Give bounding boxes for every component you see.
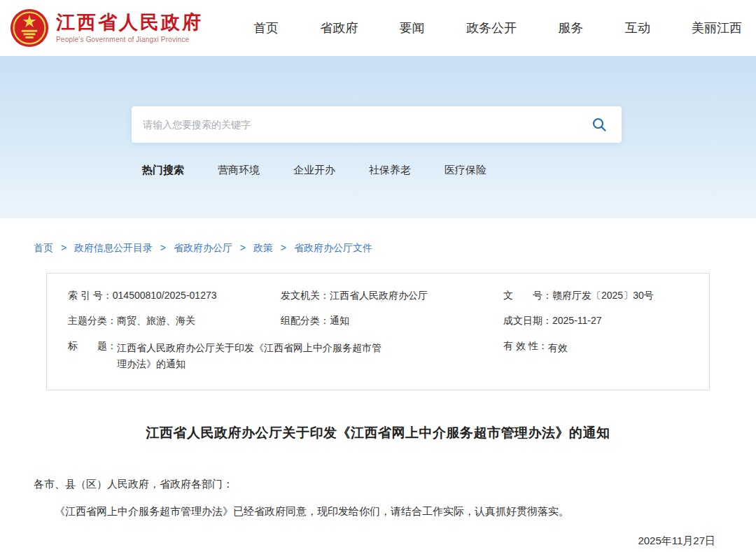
main-nav: 首页 省政府 要闻 政务公开 服务 互动 美丽江西 xyxy=(253,20,742,36)
site-logo[interactable]: 江西省人民政府 People's Government of Jiangxi P… xyxy=(10,8,203,48)
breadcrumb-info-directory[interactable]: 政府信息公开目录 xyxy=(74,242,153,253)
hot-link-social-security[interactable]: 社保养老 xyxy=(369,164,411,177)
breadcrumb-general-office[interactable]: 省政府办公厅 xyxy=(174,242,232,253)
search-box xyxy=(132,106,622,143)
site-subtitle: People's Government of Jiangxi Province xyxy=(56,36,203,43)
breadcrumb: 首页 > 政府信息公开目录 > 省政府办公厅 > 政策 > 省政府办公厅文件 xyxy=(21,218,735,255)
meta-date-value: 2025-11-27 xyxy=(552,315,602,326)
meta-document-title: 标 题： 江西省人民政府办公厅关于印发《江西省网上中介服务超市管理办法》的通知 xyxy=(68,340,503,372)
nav-item-home[interactable]: 首页 xyxy=(253,20,279,36)
article-salutation: 各市、县（区）人民政府，省政府各部门： xyxy=(34,474,715,495)
meta-title-label: 标 题： xyxy=(68,340,117,353)
meta-validity: 有 效 性： 有效 xyxy=(503,340,709,356)
meta-group-category: 组配分类： 通知 xyxy=(281,315,503,327)
meta-group-label: 组配分类： xyxy=(281,315,330,327)
document-meta-table: 索 引 号： 014500810/2025-01273 发文机关： 江西省人民政… xyxy=(46,273,710,390)
meta-doc-label: 文 号： xyxy=(503,290,552,302)
site-title: 江西省人民政府 xyxy=(56,13,203,34)
breadcrumb-separator: > xyxy=(160,242,166,253)
nav-item-services[interactable]: 服务 xyxy=(558,20,583,36)
meta-date-label: 成文日期： xyxy=(503,315,552,327)
search-button[interactable] xyxy=(588,113,610,136)
article-sign-date: 2025年11月27日 xyxy=(34,531,715,551)
meta-issuing-agency: 发文机关： 江西省人民政府办公厅 xyxy=(281,290,503,302)
meta-topic-category: 主题分类： 商贸、旅游、海关 xyxy=(68,315,281,327)
hot-link-medical-insurance[interactable]: 医疗保险 xyxy=(444,164,486,177)
content-card: 首页 > 政府信息公开目录 > 省政府办公厅 > 政策 > 省政府办公厅文件 索… xyxy=(21,218,735,552)
article-body: 各市、县（区）人民政府，省政府各部门： 《江西省网上中介服务超市管理办法》已经省… xyxy=(21,474,735,552)
meta-index-value: 014500810/2025-01273 xyxy=(113,290,217,301)
meta-topic-label: 主题分类： xyxy=(68,315,117,327)
hot-search-row: 热门搜索 营商环境 企业开办 社保养老 医疗保险 xyxy=(142,164,756,177)
meta-topic-value: 商贸、旅游、海关 xyxy=(117,315,195,327)
breadcrumb-separator: > xyxy=(281,242,286,253)
nav-item-beautiful-jiangxi[interactable]: 美丽江西 xyxy=(692,20,742,36)
meta-title-value: 江西省人民政府办公厅关于印发《江西省网上中介服务超市管理办法》的通知 xyxy=(117,340,388,372)
meta-row: 索 引 号： 014500810/2025-01273 发文机关： 江西省人民政… xyxy=(68,283,709,309)
breadcrumb-separator: > xyxy=(240,242,246,253)
nav-item-provincial-government[interactable]: 省政府 xyxy=(320,20,358,36)
meta-row: 标 题： 江西省人民政府办公厅关于印发《江西省网上中介服务超市管理办法》的通知 … xyxy=(68,334,709,378)
meta-group-value: 通知 xyxy=(330,315,349,327)
breadcrumb-separator: > xyxy=(61,242,66,253)
breadcrumb-policy[interactable]: 政策 xyxy=(253,242,273,253)
hot-search-label: 热门搜索 xyxy=(142,164,184,177)
meta-valid-label: 有 效 性： xyxy=(503,340,548,353)
article-title: 江西省人民政府办公厅关于印发《江西省网上中介服务超市管理办法》的通知 xyxy=(21,424,735,442)
hot-link-enterprise-setup[interactable]: 企业开办 xyxy=(293,164,335,177)
article-paragraph: 《江西省网上中介服务超市管理办法》已经省政府同意，现印发给你们，请结合工作实际，… xyxy=(34,502,715,522)
search-input[interactable] xyxy=(143,119,588,130)
search-icon xyxy=(592,117,607,132)
search-banner: 热门搜索 营商环境 企业开办 社保养老 医疗保险 xyxy=(0,56,756,218)
nav-item-interaction[interactable]: 互动 xyxy=(625,20,650,36)
national-emblem-icon xyxy=(10,8,49,48)
meta-doc-value: 赣府厅发〔2025〕30号 xyxy=(552,290,654,302)
hot-link-business-environment[interactable]: 营商环境 xyxy=(218,164,260,177)
breadcrumb-office-documents[interactable]: 省政府办公厅文件 xyxy=(294,242,372,253)
meta-index-label: 索 引 号： xyxy=(68,290,113,302)
meta-valid-value: 有效 xyxy=(548,340,568,356)
meta-issuer-label: 发文机关： xyxy=(281,290,330,302)
meta-issuer-value: 江西省人民政府办公厅 xyxy=(330,290,428,302)
nav-item-news[interactable]: 要闻 xyxy=(400,20,425,36)
meta-index-number: 索 引 号： 014500810/2025-01273 xyxy=(68,290,281,302)
nav-item-gov-affairs-disclosure[interactable]: 政务公开 xyxy=(466,20,517,36)
site-header: 江西省人民政府 People's Government of Jiangxi P… xyxy=(0,0,756,56)
meta-document-number: 文 号： 赣府厅发〔2025〕30号 xyxy=(503,290,709,302)
meta-row: 主题分类： 商贸、旅游、海关 组配分类： 通知 成文日期： 2025-11-27 xyxy=(68,309,709,334)
site-title-block: 江西省人民政府 People's Government of Jiangxi P… xyxy=(56,13,203,44)
breadcrumb-home[interactable]: 首页 xyxy=(34,242,53,253)
meta-written-date: 成文日期： 2025-11-27 xyxy=(503,315,709,327)
